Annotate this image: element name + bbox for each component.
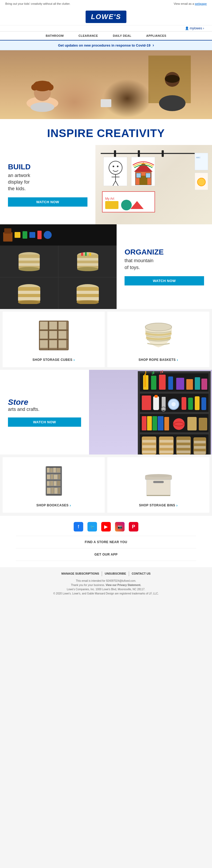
covid-text: Get updates on new procedures in respons…	[58, 43, 151, 48]
svg-rect-109	[158, 416, 163, 430]
toy-ball	[44, 231, 52, 239]
instagram-icon[interactable]: 📷	[115, 522, 125, 531]
svg-rect-95	[142, 396, 151, 410]
inspire-section: INSPIRE CREATIVITY	[0, 119, 212, 145]
svg-rect-142	[47, 475, 50, 479]
svg-rect-151	[51, 488, 54, 494]
mylowes-icon: 👤	[185, 27, 190, 30]
svg-rect-54	[77, 291, 99, 294]
svg-rect-112	[187, 417, 196, 430]
find-store-link[interactable]: FIND A STORE NEAR YOU	[5, 538, 207, 546]
view-webpage-link[interactable]: webpage	[195, 2, 207, 5]
youtube-icon[interactable]: ▶	[101, 522, 111, 531]
build-watch-button[interactable]: WATCH NOW	[8, 197, 87, 207]
artwork-paper-1	[103, 157, 127, 186]
svg-point-101	[171, 402, 176, 406]
rope-baskets-image	[140, 317, 177, 354]
toy-red	[37, 231, 42, 239]
svg-rect-110	[164, 417, 169, 430]
nav-item-appliances[interactable]: APPLIANCES	[139, 31, 174, 40]
artwork-drawing-2	[131, 157, 155, 186]
svg-rect-23	[146, 173, 151, 178]
svg-rect-104	[195, 396, 200, 410]
svg-rect-77	[138, 432, 211, 434]
toy-green	[23, 231, 27, 239]
svg-rect-108	[152, 416, 157, 430]
storage-cubes-label: SHOP STORAGE CUBES ›	[33, 358, 75, 362]
svg-point-38	[19, 267, 40, 271]
shop-rope-baskets-card[interactable]: SHOP ROPE BASKETS ›	[107, 312, 209, 367]
svg-rect-113	[199, 418, 207, 430]
contact-us-link[interactable]: CONTACT US	[129, 571, 153, 576]
svg-rect-64	[58, 322, 66, 329]
hero-adult-figure	[154, 66, 191, 114]
svg-point-31	[197, 178, 205, 186]
build-label: BUILD	[8, 163, 87, 171]
storage-bins-image	[140, 462, 177, 499]
svg-rect-145	[58, 474, 60, 479]
svg-rect-102	[182, 397, 186, 410]
basket-cell-3	[0, 278, 58, 309]
build-section: BUILD an artworkdisplay forthe kids. WAT…	[0, 145, 212, 224]
mylowes-link[interactable]: mylowes ›	[190, 27, 204, 30]
svg-rect-158	[147, 495, 170, 496]
svg-rect-155	[153, 481, 164, 483]
build-text-column: BUILD an artworkdisplay forthe kids. WAT…	[0, 145, 96, 224]
svg-rect-67	[58, 331, 66, 339]
shop-storage-bins-card[interactable]: SHOP STORAGE BINS ›	[107, 457, 209, 513]
get-app-link[interactable]: GET OUR APP	[5, 551, 207, 558]
shop-row-1: SHOP STORAGE CUBES › SHOP RO	[0, 309, 212, 370]
hero-child-figure	[21, 61, 63, 114]
svg-text:My Art: My Art	[105, 197, 114, 200]
covid-banner[interactable]: Get updates on new procedures in respons…	[0, 40, 212, 50]
facebook-icon[interactable]: f	[74, 522, 83, 531]
svg-rect-33	[4, 228, 11, 234]
svg-rect-117	[142, 451, 156, 453]
footer-divider-2	[16, 548, 196, 549]
svg-rect-91	[176, 378, 184, 390]
svg-rect-116	[142, 445, 156, 448]
artwork-paper-3: My Art	[102, 191, 155, 212]
basket-svg-2	[76, 251, 100, 271]
twitter-icon[interactable]: 🐦	[87, 522, 97, 531]
svg-rect-97	[155, 395, 158, 398]
svg-point-14	[117, 165, 118, 167]
nav-item-daily-deal[interactable]: DAILY DEAL	[105, 31, 139, 40]
store-watch-button[interactable]: WATCH NOW	[8, 417, 81, 427]
artwork-paper-2	[131, 157, 155, 186]
organize-watch-button[interactable]: WATCH NOW	[125, 276, 204, 285]
svg-rect-105	[202, 397, 206, 410]
svg-rect-121	[160, 451, 173, 453]
svg-rect-42	[77, 263, 98, 266]
svg-rect-141	[56, 468, 60, 472]
logo[interactable]: LOWE'S	[86, 10, 126, 23]
svg-rect-22	[136, 173, 141, 178]
unsubscribe-link[interactable]: UNSUBSCRIBE	[102, 571, 129, 576]
social-icons-row: f 🐦 ▶ 📷 P	[5, 522, 207, 531]
svg-rect-106	[142, 416, 147, 430]
svg-rect-49	[18, 291, 40, 294]
artwork-rail	[101, 153, 207, 154]
svg-point-26	[121, 200, 132, 210]
svg-rect-120	[160, 445, 173, 448]
legal-line-3: Lowe's Companies, Inc. 1000 Lowe's Blvd,…	[10, 587, 202, 592]
svg-rect-144	[54, 475, 57, 479]
svg-rect-75	[138, 392, 211, 394]
svg-rect-28	[195, 153, 208, 170]
build-image-column: My Art ABC	[96, 145, 212, 224]
svg-rect-84	[159, 375, 166, 390]
nav-item-clearance[interactable]: CLEARANCE	[71, 31, 105, 40]
svg-rect-96	[153, 396, 159, 410]
nav-item-bathroom[interactable]: BATHROOM	[38, 31, 71, 40]
svg-rect-136	[46, 466, 47, 496]
shop-storage-cubes-card[interactable]: SHOP STORAGE CUBES ›	[3, 312, 105, 367]
basket-cell-1	[0, 246, 58, 277]
svg-rect-45	[89, 253, 91, 256]
svg-rect-148	[54, 481, 56, 486]
svg-point-46	[77, 267, 98, 271]
manage-subscriptions-link[interactable]: MANAGE SUBSCRIPTIONS	[59, 571, 102, 576]
shop-bookcases-card[interactable]: SHOP BOOKCASES ›	[3, 457, 105, 513]
pinterest-icon[interactable]: P	[129, 522, 138, 531]
kids-artwork-side: ABC	[193, 153, 209, 190]
storage-bin-svg	[142, 465, 175, 497]
